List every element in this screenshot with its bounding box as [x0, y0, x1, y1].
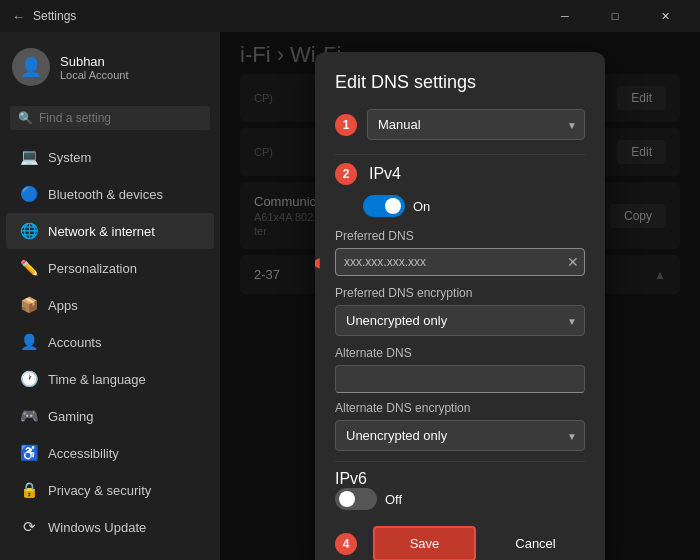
ipv6-toggle[interactable] — [335, 488, 377, 510]
user-name: Subhan — [60, 54, 129, 69]
user-info: Subhan Local Account — [60, 54, 129, 81]
ipv6-toggle-knob — [339, 491, 355, 507]
preferred-dns-label: Preferred DNS — [335, 229, 585, 243]
sidebar-item-label: Personalization — [48, 261, 137, 276]
step-1-badge: 1 — [335, 114, 357, 136]
preferred-dns-encryption-select[interactable]: Unencrypted only Encrypted only (DNS ove… — [335, 305, 585, 336]
titlebar-left: ← Settings — [12, 9, 76, 24]
app-title: Settings — [33, 9, 76, 23]
sidebar-item-label: Accessibility — [48, 446, 119, 461]
sidebar-item-label: Network & internet — [48, 224, 155, 239]
preferred-dns-wrapper: ◀ 3 ✕ — [335, 248, 585, 276]
update-icon: ⟳ — [20, 518, 38, 536]
sidebar-item-label: Time & language — [48, 372, 146, 387]
sidebar-item-apps[interactable]: 📦 Apps — [6, 287, 214, 323]
dialog-title: Edit DNS settings — [335, 72, 585, 93]
user-profile: 👤 Subhan Local Account — [0, 32, 220, 102]
search-bar[interactable]: 🔍 — [10, 106, 210, 130]
sidebar-item-network[interactable]: 🌐 Network & internet — [6, 213, 214, 249]
user-subtitle: Local Account — [60, 69, 129, 81]
gaming-icon: 🎮 — [20, 407, 38, 425]
edit-dns-dialog: Edit DNS settings 1 Manual Automatic (DH… — [315, 52, 605, 560]
footer-step: 4 — [335, 533, 363, 555]
ipv4-label: IPv4 — [369, 165, 401, 183]
step3-arrow-icon: ◀ — [315, 254, 320, 270]
alt-dns-input[interactable] — [335, 365, 585, 393]
clear-dns-button[interactable]: ✕ — [567, 255, 579, 269]
ipv4-toggle-label: On — [413, 199, 430, 214]
alt-dns-encryption-section: Alternate DNS encryption Unencrypted onl… — [335, 401, 585, 451]
sidebar-item-personalization[interactable]: ✏️ Personalization — [6, 250, 214, 286]
sidebar-item-label: Accounts — [48, 335, 101, 350]
alt-dns-encryption-select[interactable]: Unencrypted only Encrypted only (DNS ove… — [335, 420, 585, 451]
main-content: i-Fi › Wi-Fi CP) Edit CP) Edit Communica… — [220, 32, 700, 560]
search-icon: 🔍 — [18, 111, 33, 125]
sidebar-nav: 💻 System 🔵 Bluetooth & devices 🌐 Network… — [0, 138, 220, 546]
ipv4-toggle-row: On — [363, 195, 585, 217]
alt-dns-label: Alternate DNS — [335, 346, 585, 360]
personalization-icon: ✏️ — [20, 259, 38, 277]
dns-mode-select[interactable]: Manual Automatic (DHCP) — [367, 109, 585, 140]
ipv6-label: IPv6 — [335, 470, 367, 487]
divider-2 — [335, 461, 585, 462]
toggle-knob — [385, 198, 401, 214]
sidebar-item-label: Bluetooth & devices — [48, 187, 163, 202]
sidebar-item-gaming[interactable]: 🎮 Gaming — [6, 398, 214, 434]
preferred-dns-encryption-label: Preferred DNS encryption — [335, 286, 585, 300]
system-icon: 💻 — [20, 148, 38, 166]
sidebar-item-time[interactable]: 🕐 Time & language — [6, 361, 214, 397]
network-icon: 🌐 — [20, 222, 38, 240]
sidebar-item-bluetooth[interactable]: 🔵 Bluetooth & devices — [6, 176, 214, 212]
sidebar: 👤 Subhan Local Account 🔍 💻 System 🔵 Blue… — [0, 32, 220, 560]
alternate-dns-section: Alternate DNS — [335, 346, 585, 401]
preferred-dns-encryption-wrapper: Unencrypted only Encrypted only (DNS ove… — [335, 305, 585, 336]
bluetooth-icon: 🔵 — [20, 185, 38, 203]
maximize-button[interactable]: □ — [592, 0, 638, 32]
ipv4-toggle[interactable] — [363, 195, 405, 217]
avatar: 👤 — [12, 48, 50, 86]
alt-dns-encryption-label: Alternate DNS encryption — [335, 401, 585, 415]
accessibility-icon: ♿ — [20, 444, 38, 462]
close-button[interactable]: ✕ — [642, 0, 688, 32]
apps-icon: 📦 — [20, 296, 38, 314]
titlebar-controls: ─ □ ✕ — [542, 0, 688, 32]
step-2-badge: 2 — [335, 163, 357, 185]
dialog-footer: 4 Save Cancel — [335, 526, 585, 560]
preferred-dns-encryption-section: Preferred DNS encryption Unencrypted onl… — [335, 286, 585, 336]
overlay: Edit DNS settings 1 Manual Automatic (DH… — [220, 32, 700, 560]
ipv4-header: 2 IPv4 — [335, 163, 585, 185]
save-button[interactable]: Save — [373, 526, 476, 560]
sidebar-item-accessibility[interactable]: ♿ Accessibility — [6, 435, 214, 471]
sidebar-item-privacy[interactable]: 🔒 Privacy & security — [6, 472, 214, 508]
accounts-icon: 👤 — [20, 333, 38, 351]
minimize-button[interactable]: ─ — [542, 0, 588, 32]
titlebar: ← Settings ─ □ ✕ — [0, 0, 700, 32]
ipv6-toggle-row: Off — [335, 488, 585, 510]
ipv6-section: IPv6 Off — [335, 470, 585, 510]
step-4-badge: 4 — [335, 533, 357, 555]
alt-dns-encryption-wrapper: Unencrypted only Encrypted only (DNS ove… — [335, 420, 585, 451]
sidebar-item-label: Privacy & security — [48, 483, 151, 498]
privacy-icon: 🔒 — [20, 481, 38, 499]
sidebar-item-label: Gaming — [48, 409, 94, 424]
ipv6-toggle-label: Off — [385, 492, 402, 507]
sidebar-item-system[interactable]: 💻 System — [6, 139, 214, 175]
sidebar-item-windows-update[interactable]: ⟳ Windows Update — [6, 509, 214, 545]
time-icon: 🕐 — [20, 370, 38, 388]
sidebar-item-label: Windows Update — [48, 520, 146, 535]
app-layout: 👤 Subhan Local Account 🔍 💻 System 🔵 Blue… — [0, 32, 700, 560]
preferred-dns-section: Preferred DNS ◀ 3 ✕ — [335, 229, 585, 276]
divider — [335, 154, 585, 155]
sidebar-item-label: System — [48, 150, 91, 165]
dns-mode-wrapper: Manual Automatic (DHCP) ▼ — [367, 109, 585, 140]
sidebar-item-label: Apps — [48, 298, 78, 313]
back-icon[interactable]: ← — [12, 9, 25, 24]
cancel-button[interactable]: Cancel — [486, 528, 585, 559]
search-input[interactable] — [39, 111, 202, 125]
sidebar-item-accounts[interactable]: 👤 Accounts — [6, 324, 214, 360]
dns-mode-row: 1 Manual Automatic (DHCP) ▼ — [335, 109, 585, 140]
preferred-dns-input[interactable] — [335, 248, 585, 276]
